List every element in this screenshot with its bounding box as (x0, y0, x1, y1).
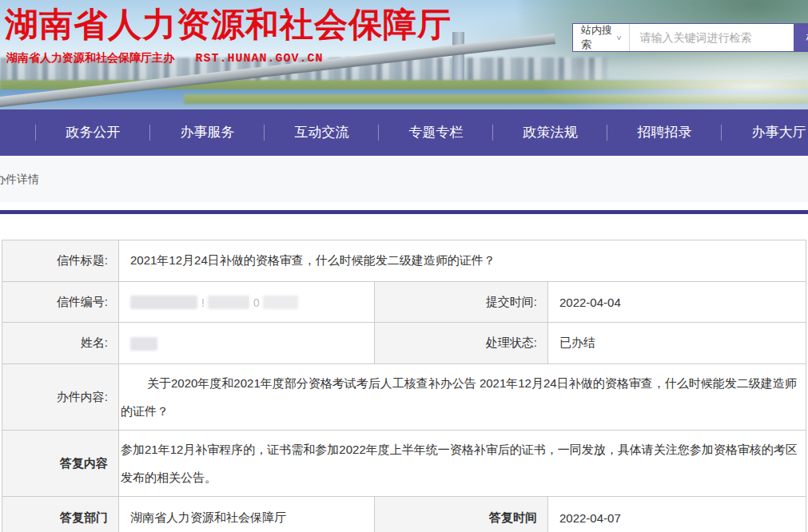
status-label: 处理状态: (375, 323, 548, 364)
content-value: 关于2020年度和2021年度部分资格考试考后人工核查补办公告 2021年12月… (119, 364, 806, 431)
nav-item-gov-open[interactable]: 政务公开 (36, 109, 150, 156)
site-organizer: 湖南省人力资源和社会保障厅主办 (6, 51, 174, 64)
site-banner: 湖南省人力资源和社会保障厅 湖南省人力资源和社会保障厅主办 RST.HUNAN.… (0, 0, 808, 109)
redaction-faint-glyph: 0 (253, 296, 260, 309)
letter-no-label: 信件编号: (2, 282, 119, 323)
redaction-blob (208, 296, 249, 309)
nav-item-policies[interactable]: 政策法规 (493, 109, 607, 156)
reply-time-value: 2022-04-07 (548, 497, 806, 532)
site-subtitle: 湖南省人力资源和社会保障厅主办 RST.HUNAN.GOV.CN (6, 50, 323, 66)
redaction-blob (263, 296, 298, 309)
reply-time-label: 答复时间 (375, 497, 548, 532)
nav-item-home[interactable]: 首页 (0, 109, 36, 156)
table-row: 姓名: 处理状态: 已办结 (2, 323, 806, 364)
name-label: 姓名: (2, 323, 119, 364)
nav-item-topics[interactable]: 专题专栏 (379, 109, 493, 156)
nav-item-services[interactable]: 办事服务 (150, 109, 265, 156)
site-domain: RST.HUNAN.GOV.CN (195, 52, 323, 66)
letter-title-label: 信件标题: (2, 240, 119, 282)
letter-no-value-redacted: !0 (119, 282, 375, 323)
divider (0, 210, 808, 214)
search-scope-select[interactable]: 站内搜索 ∨ (573, 24, 630, 51)
nav-item-recruit[interactable]: 招聘招录 (607, 109, 722, 156)
table-row: 答复内容 参加21年12月补审程序的，证书需和参加2022年度上半年统一资格补审… (2, 431, 806, 497)
breadcrumb-bar: 办件详情 (0, 156, 808, 202)
redaction-blob (130, 296, 197, 309)
status-value: 已办结 (548, 323, 806, 364)
name-value-redacted (119, 323, 375, 364)
table-row: 办件内容: 关于2020年度和2021年度部分资格考试考后人工核查补办公告 20… (2, 364, 806, 431)
nav-item-hall[interactable]: 办事大厅 (722, 109, 808, 156)
search-button[interactable]: 检索 (794, 24, 808, 51)
reply-dept-value: 湖南省人力资源和社会保障厅 (119, 497, 375, 532)
table-row: 答复部门 湖南省人力资源和社会保障厅 答复时间 2022-04-07 (2, 497, 806, 532)
reply-dept-label: 答复部门 (2, 497, 119, 532)
search-input[interactable] (630, 24, 794, 51)
redaction-faint-glyph: ! (201, 296, 205, 309)
chevron-down-icon: ∨ (615, 34, 622, 42)
letter-detail-table: 信件标题: 2021年12月24日补做的资格审查，什么时候能发二级建造师的证件？… (2, 240, 806, 532)
main-navbar: 首页 政务公开 办事服务 互动交流 专题专栏 政策法规 招聘招录 办事大厅 (0, 109, 808, 156)
site-search: 站内搜索 ∨ 检索 (572, 23, 808, 52)
nav-items: 首页 政务公开 办事服务 互动交流 专题专栏 政策法规 招聘招录 办事大厅 (0, 109, 808, 156)
search-scope-label: 站内搜索 (581, 23, 615, 52)
submit-time-value: 2022-04-04 (548, 282, 806, 323)
site-title: 湖南省人力资源和社会保障厅 (5, 5, 452, 45)
nav-item-interact[interactable]: 互动交流 (265, 109, 379, 156)
table-row: 信件编号: !0 提交时间: 2022-04-04 (2, 282, 806, 323)
redaction-blob (130, 337, 157, 351)
banner-haze (536, 48, 808, 109)
letter-title-value: 2021年12月24日补做的资格审查，什么时候能发二级建造师的证件？ (119, 240, 806, 282)
submit-time-label: 提交时间: (375, 282, 548, 323)
reply-content-label: 答复内容 (2, 431, 119, 497)
table-row: 信件标题: 2021年12月24日补做的资格审查，什么时候能发二级建造师的证件？ (2, 240, 806, 282)
breadcrumb: 办件详情 (0, 173, 39, 187)
content-label: 办件内容: (2, 364, 119, 431)
reply-content-value: 参加21年12月补审程序的，证书需和参加2022年度上半年统一资格补审后的证书，… (119, 431, 806, 497)
